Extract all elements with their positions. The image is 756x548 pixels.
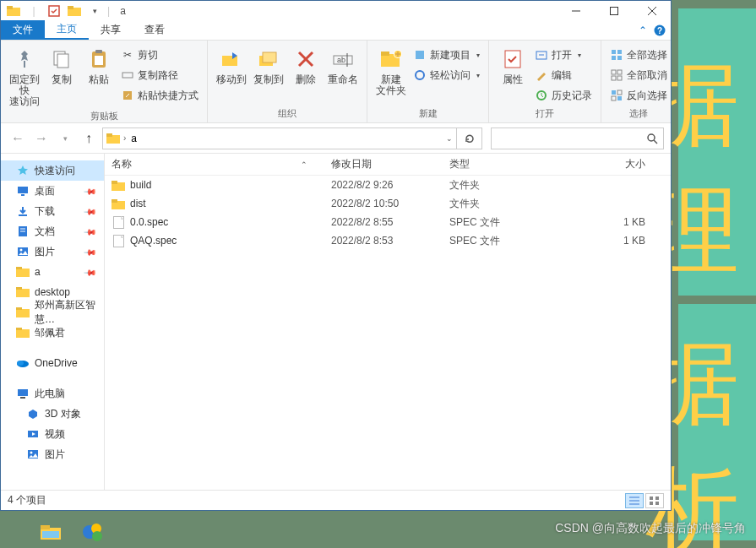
open-button[interactable]: 打开▾: [531, 46, 596, 64]
history-button[interactable]: 历史记录: [531, 86, 596, 105]
table-row[interactable]: QAQ.spec2022/8/2 8:53SPEC 文件1 KB: [105, 231, 671, 250]
folder-icon: [111, 178, 125, 192]
svg-rect-52: [18, 187, 28, 193]
sidebar-item[interactable]: 3D 对象: [1, 404, 104, 424]
sidebar-item[interactable]: 邹佩君: [1, 323, 104, 343]
refresh-button[interactable]: [457, 128, 482, 149]
delete-button[interactable]: 删除: [287, 42, 324, 85]
view-icons-button[interactable]: [645, 493, 664, 508]
sidebar-item[interactable]: 文档📌: [1, 221, 104, 241]
recent-dropdown[interactable]: ▾: [55, 128, 75, 149]
search-icon: [646, 133, 658, 144]
tab-home[interactable]: 主页: [45, 20, 89, 40]
label: 新建项目: [430, 48, 470, 62]
copy-path-button[interactable]: 复制路径: [117, 66, 202, 84]
move-to-button[interactable]: 移动到: [213, 42, 250, 85]
sidebar-item[interactable]: 快速访问: [1, 160, 104, 181]
table-row[interactable]: dist2022/8/2 10:50文件夹: [105, 194, 671, 213]
breadcrumb-segment[interactable]: a: [129, 133, 139, 144]
sidebar-item[interactable]: 图片📌: [1, 241, 104, 262]
column-type[interactable]: 类型: [443, 157, 569, 171]
tab-view[interactable]: 查看: [133, 20, 177, 40]
maximize-button[interactable]: [595, 1, 633, 20]
properties-button[interactable]: 属性: [494, 42, 531, 85]
new-item-button[interactable]: 新建项目▾: [410, 46, 483, 64]
table-row[interactable]: build2022/8/2 9:26文件夹: [105, 176, 671, 194]
qat-newfolder-icon[interactable]: [65, 3, 84, 19]
label: 轻松访问: [430, 68, 470, 83]
svg-rect-66: [16, 329, 30, 338]
copy-button[interactable]: 复制: [43, 42, 80, 85]
bg-decoration: [678, 8, 756, 296]
svg-rect-61: [16, 267, 22, 269]
label: 编辑: [552, 68, 572, 83]
edit-button[interactable]: 编辑: [531, 66, 596, 84]
cut-button[interactable]: ✂剪切: [117, 46, 202, 64]
taskbar-app-icon[interactable]: [76, 518, 110, 545]
select-none-button[interactable]: 全部取消: [606, 66, 671, 84]
sidebar-item[interactable]: 下载📌: [1, 201, 104, 221]
back-button[interactable]: ←: [8, 128, 28, 149]
tab-share[interactable]: 共享: [89, 20, 133, 40]
copy-to-icon: [255, 46, 282, 73]
label: 属性: [503, 74, 523, 85]
label: 移动到: [216, 74, 247, 85]
ribbon-collapse-icon[interactable]: ⌃: [639, 24, 647, 36]
ribbon: 固定到快 速访问 复制 粘贴 ✂剪切 复制路径 粘贴快捷方式 剪贴板: [1, 41, 671, 123]
view-details-button[interactable]: [625, 493, 644, 508]
easy-access-button[interactable]: 轻松访问▾: [410, 66, 483, 84]
forward-button[interactable]: →: [31, 128, 52, 149]
svg-rect-4: [68, 6, 73, 9]
svg-rect-85: [655, 496, 659, 500]
label: 反向选择: [627, 89, 667, 103]
minimize-button[interactable]: [557, 1, 595, 20]
address-bar[interactable]: › a ⌄: [102, 128, 457, 149]
sidebar-item-label: 图片: [45, 448, 65, 462]
qat-properties-icon[interactable]: [45, 3, 63, 19]
help-icon[interactable]: ?: [654, 24, 666, 36]
taskbar-explorer-icon[interactable]: [34, 518, 68, 545]
sidebar-thispc[interactable]: 此电脑: [1, 383, 104, 404]
svg-point-59: [20, 249, 23, 252]
chevron-right-icon[interactable]: ›: [123, 133, 126, 143]
sidebar-onedrive[interactable]: OneDrive: [1, 353, 104, 373]
close-button[interactable]: [633, 1, 671, 20]
rename-button[interactable]: ab 重命名: [324, 42, 362, 85]
sidebar-item[interactable]: a📌: [1, 262, 104, 282]
svg-rect-43: [617, 76, 622, 80]
qat-sep: |: [24, 3, 43, 19]
select-all-button[interactable]: 全部选择: [606, 46, 671, 64]
svg-rect-86: [650, 502, 653, 505]
search-input[interactable]: [491, 128, 664, 149]
sidebar-item-label: desktop: [35, 286, 70, 298]
address-dropdown-icon[interactable]: ⌄: [446, 134, 453, 143]
file-date: 2022/8/2 10:50: [324, 198, 443, 209]
qat-dropdown-icon[interactable]: ▾: [85, 3, 104, 19]
column-name[interactable]: 名称⌃: [105, 157, 324, 171]
new-folder-button[interactable]: 新建 文件夹: [373, 42, 410, 96]
column-size[interactable]: 大小: [569, 157, 671, 171]
svg-rect-60: [16, 269, 30, 277]
table-row[interactable]: 0.0.spec2022/8/2 8:55SPEC 文件1 KB: [105, 213, 671, 231]
column-date[interactable]: 修改日期: [324, 157, 443, 171]
group-label: 剪贴板: [6, 108, 202, 125]
tab-file[interactable]: 文件: [1, 20, 45, 40]
paste-button[interactable]: 粘贴: [80, 42, 117, 85]
up-button[interactable]: ↑: [79, 128, 99, 149]
svg-text:ab: ab: [337, 56, 345, 64]
sidebar-item[interactable]: 视频: [1, 424, 104, 444]
paste-shortcut-button[interactable]: 粘贴快捷方式: [117, 86, 202, 105]
sidebar-item-label: OneDrive: [35, 357, 78, 369]
svg-rect-71: [20, 397, 25, 399]
sidebar-item[interactable]: 郑州高新区智慧…: [1, 302, 104, 323]
pin-to-quick-access-button[interactable]: 固定到快 速访问: [6, 42, 43, 108]
folder-icon: [16, 265, 30, 279]
copy-to-button[interactable]: 复制到: [250, 42, 287, 85]
ribbon-group-new: 新建 文件夹 新建项目▾ 轻松访问▾ 新建: [367, 41, 489, 122]
invert-selection-button[interactable]: 反向选择: [606, 86, 671, 105]
sidebar-item[interactable]: 桌面📌: [1, 181, 104, 201]
ribbon-group-organize: 移动到 复制到 删除 ab 重命名 组织: [208, 41, 367, 122]
sidebar-item[interactable]: 图片: [1, 444, 104, 464]
svg-rect-40: [612, 70, 616, 74]
navbar: ← → ▾ ↑ › a ⌄: [1, 123, 671, 154]
